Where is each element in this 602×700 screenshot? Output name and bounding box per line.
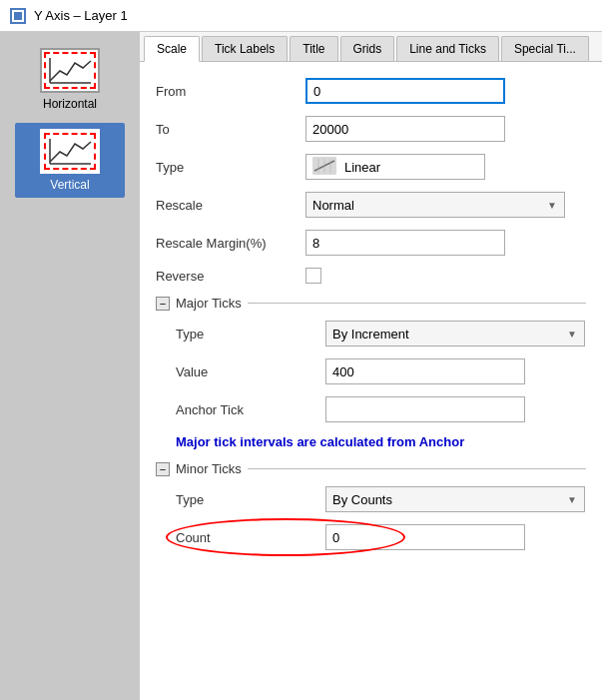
from-row: From: [156, 78, 586, 104]
rescale-margin-label: Rescale Margin(%): [156, 236, 305, 251]
anchor-message: Major tick intervals are calculated from…: [176, 434, 586, 449]
to-label: To: [156, 122, 305, 137]
count-row-wrapper: Count: [176, 524, 586, 550]
minor-ticks-content: Type By Counts By Increment Manual Count: [156, 486, 586, 550]
minor-type-select-wrapper: By Counts By Increment Manual: [325, 486, 585, 512]
sidebar: Horizontal Vertical: [0, 32, 140, 700]
reverse-checkbox[interactable]: [305, 268, 321, 284]
major-ticks-toggle[interactable]: −: [156, 297, 170, 311]
tab-tick-labels[interactable]: Tick Labels: [202, 36, 288, 61]
type-row: Type Linear: [156, 154, 586, 180]
minor-ticks-divider: [248, 468, 586, 469]
rescale-margin-row: Rescale Margin(%): [156, 230, 586, 256]
title-bar-title: Y Axis – Layer 1: [34, 8, 128, 23]
tabs-bar: Scale Tick Labels Title Grids Line and T…: [140, 32, 602, 62]
major-ticks-divider: [248, 303, 586, 304]
main-layout: Horizontal Vertical Scale Tick Labels Ti…: [0, 32, 602, 700]
sidebar-item-horizontal[interactable]: Horizontal: [15, 42, 125, 117]
svg-rect-2: [14, 12, 22, 20]
title-bar: Y Axis – Layer 1: [0, 0, 602, 32]
reverse-label: Reverse: [156, 269, 305, 284]
to-row: To: [156, 116, 586, 142]
minor-type-label: Type: [176, 492, 325, 507]
type-value: Linear: [344, 160, 380, 175]
major-type-row: Type By Increment By Counts Manual: [176, 321, 586, 347]
tab-title[interactable]: Title: [290, 36, 337, 61]
type-label: Type: [156, 160, 305, 175]
vertical-axis-icon: [40, 129, 100, 174]
rescale-label: Rescale: [156, 198, 305, 213]
tab-grids[interactable]: Grids: [340, 36, 395, 61]
count-label: Count: [176, 530, 325, 545]
major-value-row: Value: [176, 358, 586, 384]
minor-type-select[interactable]: By Counts By Increment Manual: [325, 486, 585, 512]
count-input[interactable]: [325, 524, 525, 550]
rescale-margin-input[interactable]: [305, 230, 505, 256]
rescale-row: Rescale Normal Auto-scale Fixed: [156, 192, 586, 218]
minor-type-row: Type By Counts By Increment Manual: [176, 486, 586, 512]
linear-type-icon: [312, 157, 336, 178]
rescale-select[interactable]: Normal Auto-scale Fixed: [305, 192, 565, 218]
type-field[interactable]: Linear: [305, 154, 485, 180]
from-label: From: [156, 84, 305, 99]
minor-ticks-title: Minor Ticks: [176, 461, 242, 476]
rescale-select-wrapper: Normal Auto-scale Fixed: [305, 192, 565, 218]
anchor-tick-label: Anchor Tick: [176, 402, 325, 417]
minor-ticks-toggle[interactable]: −: [156, 462, 170, 476]
major-value-label: Value: [176, 364, 325, 379]
major-type-label: Type: [176, 327, 325, 342]
major-type-select[interactable]: By Increment By Counts Manual: [325, 321, 585, 347]
major-value-input[interactable]: [325, 358, 525, 384]
sidebar-horizontal-label: Horizontal: [43, 97, 97, 111]
anchor-tick-row: Anchor Tick: [176, 396, 586, 422]
tab-scale[interactable]: Scale: [144, 36, 200, 62]
anchor-tick-input[interactable]: [325, 396, 525, 422]
form-content: From To Type: [140, 62, 602, 700]
from-input[interactable]: [305, 78, 505, 104]
tab-special-ticks[interactable]: Special Ti...: [501, 36, 589, 61]
major-ticks-content: Type By Increment By Counts Manual Value: [156, 321, 586, 449]
sidebar-item-vertical[interactable]: Vertical: [15, 123, 125, 198]
major-ticks-title: Major Ticks: [176, 296, 242, 311]
horizontal-axis-icon: [40, 48, 100, 93]
minor-ticks-section-header: − Minor Ticks: [156, 461, 586, 476]
content-area: Scale Tick Labels Title Grids Line and T…: [140, 32, 602, 700]
to-input[interactable]: [305, 116, 505, 142]
reverse-row: Reverse: [156, 268, 586, 284]
major-ticks-section-header: − Major Ticks: [156, 296, 586, 311]
title-bar-icon: [10, 8, 26, 24]
tab-line-and-ticks[interactable]: Line and Ticks: [396, 36, 499, 61]
sidebar-vertical-label: Vertical: [50, 178, 89, 192]
major-type-select-wrapper: By Increment By Counts Manual: [325, 321, 585, 347]
